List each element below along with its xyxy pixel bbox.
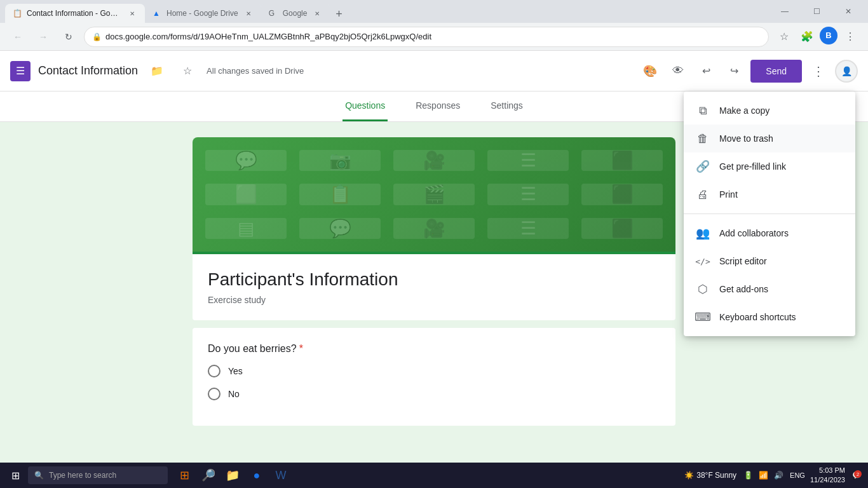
maximize-button[interactable]: ☐ — [802, 2, 831, 21]
star-button[interactable]: ☆ — [176, 60, 199, 83]
menu-keyboard-shortcuts[interactable]: ⌨ Keyboard shortcuts — [684, 303, 855, 331]
refresh-button[interactable]: ↻ — [58, 27, 79, 47]
menu-move-to-trash-label: Move to trash — [719, 133, 773, 144]
tab-google-close[interactable]: ✕ — [312, 8, 322, 18]
url-text: docs.google.com/forms/d/19AOHeTnm_UALZMG… — [105, 32, 431, 41]
folder-button[interactable]: 📁 — [146, 60, 168, 83]
required-indicator: * — [299, 343, 303, 354]
preview-button[interactable]: 👁 — [667, 60, 689, 83]
menu-script-editor-label: Script editor — [719, 256, 767, 266]
header-shape-4: ☰ — [487, 150, 569, 171]
browser-tabs: 📋 Contact Information - Google F... ✕ ▲ … — [5, 0, 763, 23]
header-shape-2: 📷 — [299, 150, 381, 171]
undo-button[interactable]: ↩ — [695, 60, 717, 83]
option-yes-label: Yes — [228, 366, 243, 376]
tab-forms[interactable]: 📋 Contact Information - Google F... ✕ — [5, 4, 145, 23]
user-avatar[interactable]: 👤 — [835, 60, 858, 83]
app-toolbar: ☰ Contact Information 📁 ☆ All changes sa… — [0, 51, 868, 92]
minimize-button[interactable]: — — [770, 2, 799, 21]
tab-responses[interactable]: Responses — [413, 92, 463, 121]
app-logo-icon: ☰ — [16, 65, 25, 77]
header-shape-11: ▤ — [205, 218, 287, 239]
taskbar: ⊞ 🔍 Type here to search ⊞ 🔎 📁 ● W ☀️ 38°… — [0, 463, 868, 488]
menu-get-addons[interactable]: ⬡ Get add-ons — [684, 275, 855, 303]
taskbar-time: 5:03 PM 11/24/2023 — [810, 466, 845, 485]
close-button[interactable]: ✕ — [834, 2, 863, 21]
taskbar-app-widgets[interactable]: ⊞ — [173, 464, 196, 487]
tab-google-icon: G — [269, 9, 278, 18]
taskbar-search[interactable]: 🔍 Type here to search — [28, 466, 168, 484]
menu-print[interactable]: 🖨 Print — [684, 180, 855, 208]
autosave-status: All changes saved in Drive — [207, 66, 631, 76]
header-shape-10: ⬛ — [581, 184, 663, 205]
tab-forms-close[interactable]: ✕ — [127, 8, 137, 18]
tab-drive-close[interactable]: ✕ — [243, 8, 254, 18]
menu-prefilled-link[interactable]: 🔗 Get pre-filled link — [684, 152, 855, 180]
taskbar-search-text: Type here to search — [49, 471, 116, 480]
tab-forms-icon: 📋 — [13, 9, 22, 18]
forward-button[interactable]: → — [33, 27, 53, 47]
extension-button[interactable]: 🧩 — [797, 27, 817, 47]
taskbar-app-chrome[interactable]: ● — [245, 464, 268, 487]
form-container: 💬 📷 🎥 ☰ ⬛ ⬜ 📋 🎬 ☰ ⬛ ▤ 💬 🎥 ☰ ⬛ Part — [193, 137, 675, 433]
taskbar-app-search[interactable]: 🔎 — [197, 464, 220, 487]
notification-count: 2 — [854, 470, 862, 478]
tab-settings[interactable]: Settings — [488, 92, 526, 121]
toolbar-right: 🎨 👁 ↩ ↪ Send ⋮ 👤 — [639, 60, 858, 83]
collaborators-icon: 👥 — [696, 227, 709, 240]
addons-icon: ⬡ — [696, 283, 709, 295]
header-shape-6: ⬜ — [205, 184, 287, 205]
menu-script-editor[interactable]: </> Script editor — [684, 247, 855, 275]
app-logo: ☰ — [10, 61, 31, 81]
date-display: 11/24/2023 — [810, 475, 845, 485]
tab-drive-title: Home - Google Drive — [166, 9, 238, 18]
url-bar[interactable]: 🔒 docs.google.com/forms/d/19AOHeTnm_UALZ… — [84, 27, 769, 47]
tab-google-title: Google — [283, 9, 308, 18]
weather-icon: ☀️ — [684, 471, 694, 480]
redo-button[interactable]: ↪ — [722, 60, 745, 83]
notification-button[interactable]: 💬 2 — [850, 469, 863, 482]
radio-no[interactable] — [208, 388, 220, 400]
header-shape-12: 💬 — [299, 218, 381, 239]
back-button[interactable]: ← — [8, 27, 28, 47]
tab-questions[interactable]: Questions — [342, 92, 388, 121]
script-icon: </> — [696, 255, 709, 268]
tab-google[interactable]: G Google ✕ — [261, 4, 330, 23]
option-yes[interactable]: Yes — [208, 365, 660, 377]
print-icon: 🖨 — [696, 188, 709, 201]
menu-move-to-trash[interactable]: 🗑 Move to trash — [684, 125, 855, 152]
tab-drive[interactable]: ▲ Home - Google Drive ✕ — [145, 4, 261, 23]
link-icon: 🔗 — [696, 160, 709, 173]
menu-make-copy[interactable]: ⧉ Make a copy — [684, 97, 855, 125]
form-question-card: Do you eat berries?* Yes No — [193, 328, 675, 426]
dropdown-menu: ⧉ Make a copy 🗑 Move to trash 🔗 Get pre-… — [684, 92, 855, 336]
question-text: Do you eat berries?* — [208, 343, 660, 355]
taskbar-right: ☀️ 38°F Sunny 🔋 📶 🔊 ENG 5:03 PM 11/24/20… — [684, 466, 863, 485]
start-button[interactable]: ⊞ — [5, 465, 25, 485]
header-shape-15: ⬛ — [581, 218, 663, 239]
tab-drive-icon: ▲ — [153, 9, 161, 18]
new-tab-button[interactable]: + — [330, 5, 348, 23]
menu-make-copy-label: Make a copy — [719, 105, 770, 116]
menu-add-collaborators[interactable]: 👥 Add collaborators — [684, 219, 855, 247]
send-button[interactable]: Send — [750, 60, 802, 83]
more-button[interactable]: ⋮ — [807, 60, 830, 83]
taskbar-app-word[interactable]: W — [269, 464, 292, 487]
radio-yes[interactable] — [208, 365, 220, 377]
browser-menu-button[interactable]: ⋮ — [840, 27, 860, 47]
taskbar-app-files[interactable]: 📁 — [221, 464, 244, 487]
bookmark-button[interactable]: ☆ — [774, 27, 794, 47]
palette-button[interactable]: 🎨 — [639, 60, 661, 83]
option-no[interactable]: No — [208, 388, 660, 400]
system-icon-1: 🔋 — [742, 469, 754, 482]
taskbar-search-icon: 🔍 — [34, 471, 44, 480]
header-shape-5: ⬛ — [581, 150, 663, 171]
header-shape-13: 🎥 — [393, 218, 475, 239]
profile-avatar[interactable]: B — [820, 27, 837, 44]
window-controls: — ☐ ✕ — [770, 2, 863, 21]
language-indicator: ENG — [790, 471, 805, 479]
taskbar-apps: ⊞ 🔎 📁 ● W — [173, 464, 292, 487]
weather-text: 38°F Sunny — [696, 471, 736, 480]
trash-icon: 🗑 — [696, 132, 709, 145]
header-shape-1: 💬 — [205, 150, 287, 171]
